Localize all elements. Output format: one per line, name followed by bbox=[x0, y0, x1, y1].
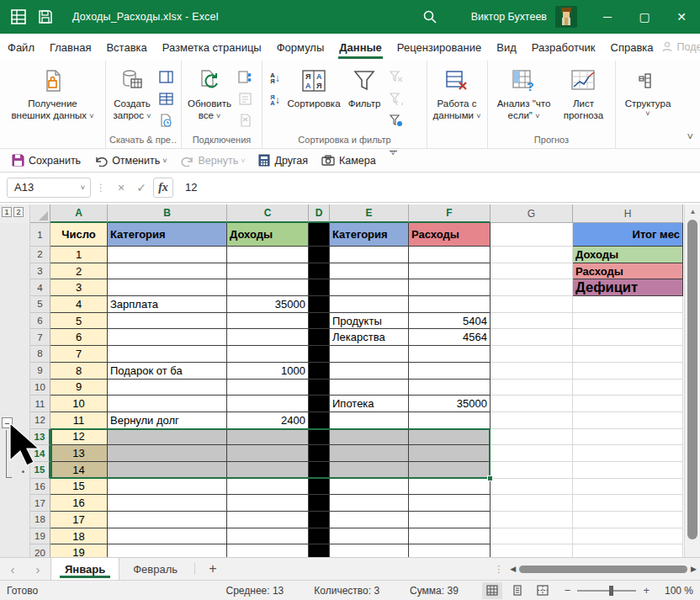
cell-F9[interactable] bbox=[409, 363, 491, 380]
cell-E12[interactable] bbox=[330, 412, 409, 429]
cell-C5[interactable]: 35000 bbox=[227, 296, 309, 313]
cell-A6[interactable]: 5 bbox=[50, 313, 108, 330]
cell-G4[interactable] bbox=[491, 279, 573, 296]
account-name[interactable]: Виктор Бухтеев bbox=[471, 11, 547, 23]
collapse-ribbon-icon[interactable]: ˅ bbox=[687, 130, 693, 143]
cell-G16[interactable] bbox=[491, 479, 573, 496]
cell-A2[interactable]: 1 bbox=[50, 247, 108, 263]
edit-links-icon[interactable] bbox=[236, 111, 254, 130]
camera-button[interactable]: Камера bbox=[316, 151, 381, 171]
cell-E17[interactable] bbox=[330, 495, 409, 512]
cell-E14[interactable] bbox=[330, 445, 409, 462]
cell-D8[interactable] bbox=[309, 346, 330, 363]
cell-G10[interactable] bbox=[491, 380, 573, 396]
column-header-B[interactable]: B bbox=[108, 204, 227, 223]
tab-developer[interactable]: Разработчик bbox=[524, 34, 603, 61]
cell-E7[interactable]: Лекарства bbox=[330, 329, 409, 346]
row-header-7[interactable]: 7 bbox=[30, 329, 50, 346]
cell-F6[interactable]: 5404 bbox=[409, 313, 491, 330]
cell-E2[interactable] bbox=[330, 247, 409, 263]
cell-G15[interactable] bbox=[491, 462, 573, 479]
sort-button[interactable]: ЯААЯ Сортировка bbox=[286, 64, 342, 109]
cell-B8[interactable] bbox=[108, 346, 227, 363]
cell-C3[interactable] bbox=[227, 263, 309, 280]
cell-H15[interactable] bbox=[573, 462, 683, 479]
cell-D10[interactable] bbox=[309, 380, 330, 396]
cell-C19[interactable] bbox=[227, 528, 309, 545]
cell-B10[interactable] bbox=[108, 380, 227, 396]
row-header-10[interactable]: 10 bbox=[30, 380, 50, 396]
cell-B4[interactable] bbox=[108, 279, 227, 296]
cell-C8[interactable] bbox=[227, 346, 309, 363]
get-external-data-button[interactable]: Получение внешних данных ˅ bbox=[3, 64, 102, 122]
cell-H4[interactable]: Дефицит bbox=[573, 279, 683, 296]
stat-average[interactable]: Среднее: 13 bbox=[226, 585, 284, 597]
cell-G14[interactable] bbox=[491, 445, 573, 462]
cell-F13[interactable] bbox=[409, 429, 491, 446]
cell-H10[interactable] bbox=[573, 380, 683, 396]
cell-H17[interactable] bbox=[573, 495, 683, 512]
cell-E20[interactable] bbox=[330, 544, 409, 557]
what-if-analysis-button[interactable]: ? Анализ "что если" ˅ bbox=[493, 64, 555, 122]
row-header-12[interactable]: 12 bbox=[30, 412, 50, 429]
cell-C6[interactable] bbox=[227, 313, 309, 330]
cell-D14[interactable] bbox=[309, 445, 330, 462]
redo-button[interactable]: Вернуть ˅ bbox=[176, 151, 251, 171]
data-tools-button[interactable]: Работа с данными ˅ bbox=[431, 64, 483, 122]
cell-D2[interactable] bbox=[309, 247, 330, 263]
cell-G11[interactable] bbox=[491, 396, 573, 412]
cell-G13[interactable] bbox=[491, 429, 573, 446]
cell-C2[interactable] bbox=[227, 247, 309, 263]
zoom-slider-thumb[interactable] bbox=[609, 586, 613, 596]
cell-C14[interactable] bbox=[227, 445, 309, 462]
cell-A20[interactable]: 19 bbox=[50, 544, 108, 557]
cell-F4[interactable] bbox=[409, 279, 491, 296]
other-button[interactable]: Другая bbox=[253, 151, 313, 171]
filter-button[interactable]: Фильтр bbox=[343, 64, 385, 109]
row-header-18[interactable]: 18 bbox=[30, 512, 50, 528]
cell-E6[interactable]: Продукты bbox=[330, 313, 409, 330]
cell-D19[interactable] bbox=[309, 528, 330, 545]
cell-A7[interactable]: 6 bbox=[50, 329, 108, 346]
zoom-in-button[interactable]: + bbox=[643, 584, 650, 597]
column-header-F[interactable]: F bbox=[409, 204, 491, 223]
row-header-14[interactable]: 14 bbox=[30, 445, 50, 462]
row-header-16[interactable]: 16 bbox=[30, 479, 50, 496]
cell-F5[interactable] bbox=[409, 296, 491, 313]
cell-H2[interactable]: Доходы bbox=[573, 247, 683, 263]
cell-B7[interactable] bbox=[108, 329, 227, 346]
cell-B12[interactable]: Вернули долг bbox=[108, 412, 227, 429]
cell-A9[interactable]: 8 bbox=[50, 363, 108, 380]
cell-F2[interactable] bbox=[409, 247, 491, 263]
cell-B9[interactable]: Подарок от ба bbox=[108, 363, 227, 380]
cell-F8[interactable] bbox=[409, 346, 491, 363]
outline-level-1-button[interactable]: 1 bbox=[2, 207, 12, 217]
tab-review[interactable]: Рецензирование bbox=[390, 34, 489, 61]
sheet-nav-right-icon[interactable]: › bbox=[25, 558, 50, 580]
cell-C10[interactable] bbox=[227, 380, 309, 396]
tab-page-layout[interactable]: Разметка страницы bbox=[155, 34, 269, 61]
cell-F15[interactable] bbox=[409, 462, 491, 479]
properties-icon[interactable] bbox=[236, 89, 254, 108]
row-header-3[interactable]: 3 bbox=[30, 263, 50, 280]
cell-A13[interactable]: 12 bbox=[50, 429, 108, 446]
tab-view[interactable]: Вид bbox=[489, 34, 524, 61]
close-button[interactable]: ✕ bbox=[663, 0, 700, 34]
new-query-button[interactable]: Создать запрос ˅ bbox=[109, 64, 155, 122]
tabbar-splitter[interactable]: ⋮ bbox=[494, 564, 503, 575]
from-table-icon[interactable] bbox=[156, 89, 175, 108]
outline-button[interactable]: Структура ˅ bbox=[619, 64, 676, 119]
cell-D9[interactable] bbox=[309, 363, 330, 380]
cell-D13[interactable] bbox=[309, 429, 330, 446]
namebox-splitter[interactable]: ⋮ bbox=[96, 182, 106, 194]
row-header-11[interactable]: 11 bbox=[30, 396, 50, 412]
cell-A19[interactable]: 18 bbox=[50, 528, 108, 545]
zoom-out-button[interactable]: − bbox=[565, 584, 571, 597]
cell-H18[interactable] bbox=[573, 512, 683, 528]
column-header-E[interactable]: E bbox=[330, 204, 409, 223]
cell-H1[interactable]: Итог мес bbox=[573, 223, 683, 247]
cell-D20[interactable] bbox=[309, 544, 330, 557]
row-header-15[interactable]: 15 bbox=[30, 462, 50, 479]
name-box[interactable]: A13 ˅ bbox=[7, 178, 91, 198]
add-sheet-button[interactable]: + bbox=[199, 558, 227, 580]
